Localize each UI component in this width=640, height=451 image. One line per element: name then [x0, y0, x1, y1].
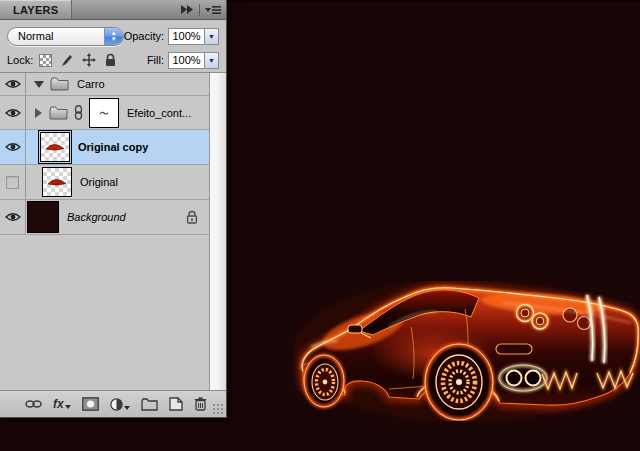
lock-transparency-icon[interactable] — [39, 54, 52, 67]
group-folder-icon — [50, 77, 69, 91]
thumbnail-car-glyph — [46, 177, 68, 187]
blend-mode-stepper-icon[interactable]: ▲ ▼ — [104, 27, 123, 46]
new-adjustment-layer-icon[interactable] — [110, 398, 130, 411]
lock-pixels-brush-icon[interactable] — [60, 53, 74, 67]
group-expanded-triangle-icon[interactable] — [34, 81, 44, 88]
lock-position-move-icon[interactable] — [82, 53, 96, 67]
document-canvas-car-artwork[interactable] — [293, 281, 640, 421]
panel-tab-bar: LAYERS — [0, 0, 226, 20]
layer-name: Background — [67, 211, 126, 223]
eye-icon — [5, 79, 21, 89]
layers-panel: LAYERS Normal ▲ — [0, 0, 227, 418]
lock-label: Lock: — [7, 54, 33, 66]
mask-link-icon[interactable] — [73, 105, 84, 120]
layer-row-original[interactable]: Original — [0, 165, 209, 200]
layer-row-carro[interactable]: Carro — [0, 73, 209, 96]
panel-menu-icon[interactable] — [205, 5, 221, 15]
fill-field[interactable]: 100% — [168, 52, 205, 69]
opacity-dropdown-button[interactable]: ▼ — [205, 28, 219, 45]
thumbnail-car-glyph — [44, 142, 66, 152]
layer-name: Original — [80, 176, 118, 188]
link-layers-icon[interactable] — [25, 399, 42, 409]
layer-mask-thumbnail[interactable] — [89, 98, 119, 128]
layer-thumbnail-original-copy[interactable] — [40, 132, 70, 162]
background-locked-icon — [186, 210, 198, 224]
layer-name: Efeito_cont... — [127, 107, 191, 119]
panel-resize-grip[interactable] — [212, 403, 224, 415]
lock-fill-row: Lock: Fi — [7, 48, 219, 72]
fill-dropdown-button[interactable]: ▼ — [205, 52, 219, 69]
opacity-label: Opacity: — [124, 30, 164, 42]
visibility-toggle-original-copy[interactable] — [0, 130, 26, 164]
layer-name: Original copy — [78, 141, 148, 153]
layers-list-empty-area — [0, 235, 209, 390]
lock-buttons — [39, 53, 117, 67]
tab-layers[interactable]: LAYERS — [0, 0, 72, 19]
visibility-toggle-background[interactable] — [0, 200, 26, 234]
blend-mode-select[interactable]: Normal ▲ ▼ — [7, 27, 124, 46]
layers-scrollbar[interactable] — [210, 73, 226, 390]
eye-icon — [5, 212, 21, 222]
layer-styles-fx-icon[interactable]: fx — [53, 399, 71, 410]
layer-thumbnail-background[interactable] — [27, 201, 59, 233]
fx-dropdown-triangle-icon — [65, 405, 71, 409]
blend-opacity-row: Normal ▲ ▼ Opacity: 100% ▼ — [7, 24, 219, 48]
eye-icon — [5, 142, 21, 152]
photoshop-workspace: LAYERS Normal ▲ — [0, 0, 640, 451]
delete-layer-trash-icon[interactable] — [194, 397, 207, 411]
layer-thumbnail-original[interactable] — [42, 167, 72, 197]
stepper-down-arrow: ▼ — [111, 36, 117, 42]
fill-label: Fill: — [147, 54, 164, 66]
lock-all-padlock-icon[interactable] — [104, 53, 117, 67]
layer-row-efeito[interactable]: Efeito_cont... — [0, 96, 209, 130]
fill-value: 100% — [172, 54, 200, 66]
visibility-empty-well — [6, 176, 19, 189]
opacity-value: 100% — [172, 30, 200, 42]
visibility-toggle-carro[interactable] — [0, 73, 26, 95]
eye-icon — [5, 108, 21, 118]
add-layer-mask-icon[interactable] — [82, 397, 99, 411]
adjustment-dropdown-triangle-icon — [124, 406, 130, 410]
layers-panel-toolbar: fx — [0, 390, 226, 417]
layers-list: Carro — [0, 72, 226, 390]
new-layer-icon[interactable] — [169, 397, 183, 411]
header-separator — [199, 4, 200, 16]
group-folder-icon — [49, 106, 68, 120]
layer-row-background[interactable]: Background — [0, 200, 209, 235]
fill-drop-arrow-icon: ▼ — [208, 57, 215, 64]
opacity-drop-arrow-icon: ▼ — [208, 33, 215, 40]
opacity-field[interactable]: 100% — [168, 28, 205, 45]
layer-controls: Normal ▲ ▼ Opacity: 100% ▼ — [0, 20, 226, 72]
group-collapsed-triangle-icon[interactable] — [35, 108, 42, 118]
fx-label: fx — [53, 399, 64, 410]
adjustment-circle-icon — [110, 398, 123, 411]
blend-mode-value: Normal — [8, 30, 104, 42]
collapse-panel-icon[interactable] — [180, 5, 194, 14]
mask-content-mark — [99, 110, 109, 116]
tab-layers-label: LAYERS — [13, 4, 58, 16]
visibility-toggle-original[interactable] — [0, 165, 26, 199]
panel-header-buttons — [180, 0, 226, 19]
layer-row-original-copy[interactable]: Original copy — [0, 130, 209, 165]
layer-name: Carro — [77, 78, 105, 90]
visibility-toggle-efeito[interactable] — [0, 96, 26, 129]
new-group-icon[interactable] — [141, 398, 158, 411]
